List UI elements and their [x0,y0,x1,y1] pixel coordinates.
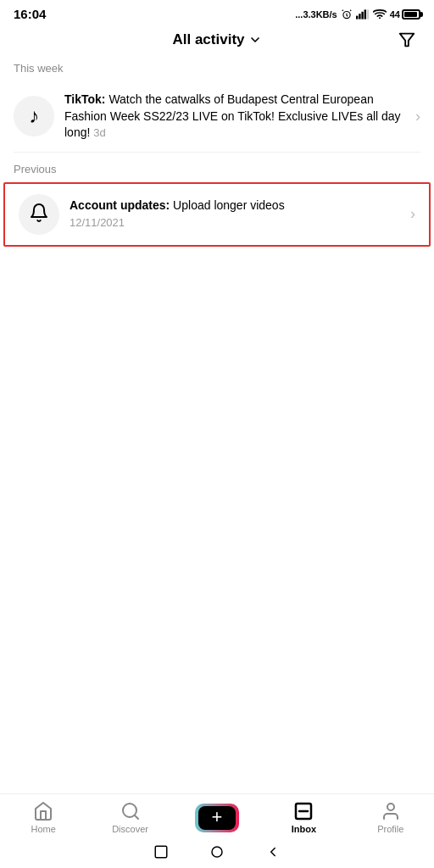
svg-point-14 [212,847,222,857]
profile-icon [381,801,401,821]
chevron-right-icon-account: › [410,205,415,223]
nav-item-plus[interactable]: + [192,804,242,832]
svg-rect-4 [364,9,365,19]
notif-body-tiktok: Watch the catwalks of Budapest Central E… [64,92,401,139]
battery: 44 [390,9,420,19]
home-label: Home [31,824,56,834]
nav-item-home[interactable]: Home [18,801,69,834]
inbox-label: Inbox [292,824,316,834]
filter-button[interactable] [393,28,420,55]
notif-time-tiktok: 3d [93,126,105,139]
inbox-icon [293,801,314,821]
status-bar: 16:04 ...3.3KB/s 44 [0,0,434,25]
tiktok-avatar: ♪ [14,96,54,136]
battery-icon [402,9,420,19]
status-time: 16:04 [14,7,46,21]
discover-icon [120,801,141,821]
section-previous: Previous [0,153,434,182]
svg-rect-5 [367,9,369,19]
notif-bold-account: Account updates: [70,198,170,212]
bottom-nav: Home Discover + Inbox [0,793,434,868]
notif-body-account: Upload longer videos [170,198,284,212]
android-recent-icon[interactable] [265,844,281,860]
svg-rect-2 [359,14,360,19]
filter-icon [398,31,416,53]
bell-avatar [19,194,59,235]
chevron-right-icon-tiktok: › [415,108,420,125]
home-icon [33,801,53,821]
nav-item-profile[interactable]: Profile [365,801,416,834]
android-back-icon[interactable] [153,844,169,860]
header: All activity [0,25,434,58]
svg-rect-1 [356,15,358,19]
notif-time-account: 12/11/2021 [70,216,125,229]
signal-icon [356,8,370,20]
svg-rect-3 [361,11,363,19]
notif-content-tiktok: TikTok: Watch the catwalks of Budapest C… [64,92,405,142]
notif-bold-tiktok: TikTok: [64,92,106,106]
discover-label: Discover [112,824,148,834]
network-speed: ...3.3KB/s [295,9,337,19]
tiktok-logo-icon: ♪ [29,104,39,128]
svg-marker-7 [400,34,415,47]
alarm-icon [341,8,353,20]
nav-item-discover[interactable]: Discover [105,801,156,834]
notif-item-tiktok[interactable]: ♪ TikTok: Watch the catwalks of Budapest… [0,81,434,152]
page-title: All activity [172,31,261,48]
status-right: ...3.3KB/s 44 [295,8,420,20]
notif-item-account-update[interactable]: Account updates: Upload longer videos 12… [3,182,431,247]
svg-point-6 [379,17,381,19]
nav-bar: Home Discover + Inbox [0,794,434,837]
android-home-icon[interactable] [209,844,225,860]
profile-label: Profile [377,824,403,834]
chevron-down-icon[interactable] [248,33,262,47]
bell-icon [29,203,49,226]
add-button[interactable]: + [195,804,239,832]
notif-content-account: Account updates: Upload longer videos 12… [70,198,400,231]
plus-icon: + [212,808,223,826]
wifi-icon [373,8,387,19]
svg-line-9 [134,815,137,819]
section-this-week: This week [0,58,434,81]
android-nav-bar [0,837,434,868]
svg-rect-13 [155,846,167,858]
nav-item-inbox[interactable]: Inbox [278,801,329,834]
svg-point-12 [387,804,394,810]
